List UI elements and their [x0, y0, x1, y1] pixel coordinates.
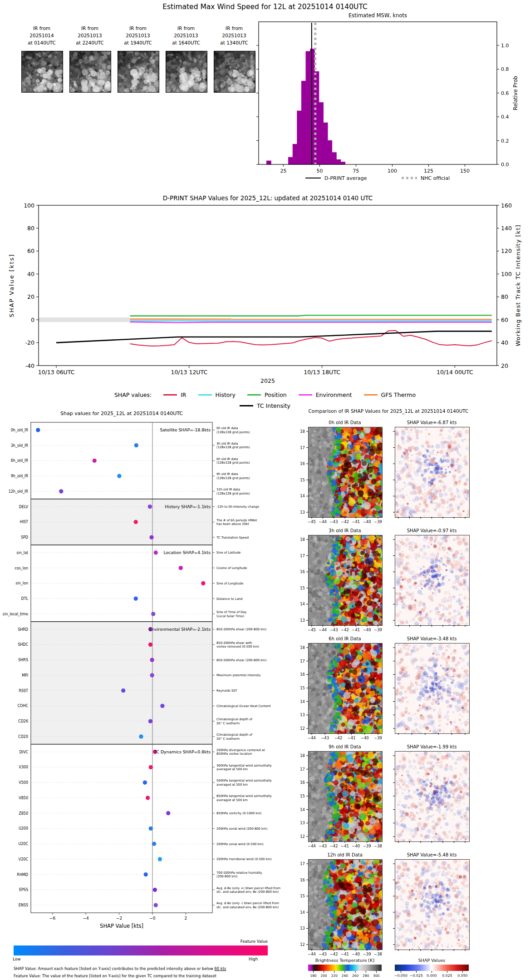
legend-swatch [198, 394, 212, 396]
shap-colorbar-tick: 0.050 [457, 974, 467, 978]
feature-label: V500 [19, 781, 28, 785]
legend-label: SHAP values: [114, 391, 152, 398]
shap-dot [179, 566, 183, 570]
lon-tick-label: −44 [308, 736, 316, 740]
shap-dot [134, 597, 138, 601]
feature-label: DIVC [19, 750, 28, 754]
shap-values-colorbar [395, 965, 469, 971]
lat-tick-label: 13 [300, 618, 305, 623]
caption-line: IR from [63, 25, 117, 32]
histogram-xtick: 75 [353, 168, 359, 174]
lat-tick-label: 15 [300, 894, 305, 898]
bt-colorbar-tick: 240 [342, 974, 348, 978]
shap-value-map [395, 859, 470, 950]
lat-tick-label: 16 [300, 780, 305, 785]
lat-tick-label: 17 [300, 554, 305, 558]
shap-dot [117, 474, 121, 478]
feature-label: SHRD [18, 628, 28, 632]
lon-tick-label: −39 [374, 520, 382, 524]
lon-tick-label: −40 [363, 520, 371, 524]
shap-dot [148, 505, 152, 509]
feature-shap-xtick: −6 [49, 916, 56, 921]
feature-description: -12h to 0h Intensity change [216, 505, 259, 509]
lat-tick-label: 15 [300, 686, 305, 690]
feature-shap-xtick: −0 [149, 916, 156, 921]
histogram-bar [341, 162, 345, 164]
timeseries-ytick-left: -40 [25, 362, 34, 369]
legend-item-position: Position [247, 391, 287, 398]
histogram-xtick: 150 [460, 168, 470, 174]
lon-tick-label: −43 [321, 736, 329, 740]
timeseries-ytick-right: 120 [501, 247, 512, 254]
lat-tick-label: 14 [300, 602, 305, 606]
lon-tick-label: −41 [341, 952, 349, 956]
lon-tick-label: −43 [319, 952, 327, 956]
ir-satellite-thumbnail [69, 51, 111, 93]
histogram-bar [323, 123, 328, 164]
timeseries-ytick-right: 80 [501, 293, 508, 300]
lon-tick-label: −44 [308, 844, 316, 848]
caption-line: at 1640UTC [159, 39, 213, 46]
lon-tick-label: −43 [319, 844, 327, 848]
histogram-bar [328, 141, 332, 164]
shap-dot [150, 658, 154, 662]
lat-tick-label: 18 [300, 645, 305, 650]
timeseries-ytick-left: 40 [27, 271, 34, 277]
legend-swatch [163, 394, 177, 396]
feature-description: 0h old IR data(128x128 grid points) [216, 426, 250, 434]
bt-colorbar-title: Brightness Temperature [K] [315, 958, 374, 963]
bt-colorbar-tick: 260 [352, 974, 359, 978]
legend-dprint-average: D-PRINT average [324, 175, 367, 181]
shap-value-map [395, 535, 470, 626]
histogram-ytick: 0.8 [501, 66, 509, 72]
feature-label: MPI [22, 673, 28, 678]
legend-swatch [240, 405, 253, 406]
timeseries-xlabel: 2025 [260, 377, 275, 384]
timeseries-ytick-right: 60 [501, 317, 508, 323]
footnote-underlined: 60 kts [215, 966, 226, 971]
shap-dot [149, 765, 153, 769]
bt-colorbar-tick: 280 [363, 974, 369, 978]
ir-thumbnail-caption: IR from20251013at 2240UTC [63, 25, 117, 46]
lon-tick-label: −40 [361, 736, 369, 740]
lon-tick-label: −39 [374, 628, 382, 632]
shap-dot [166, 811, 170, 815]
feature-description: Climatological depth of20° C isotherm [216, 733, 252, 741]
ir-data-map [308, 535, 383, 626]
feature-label: cos_lon [15, 566, 28, 570]
lat-tick-label: 16 [300, 461, 305, 466]
section-header: History SHAP=-1.1kts [165, 504, 211, 509]
feature-label: sin_lat [16, 551, 28, 555]
colorbar-low-label: Low [13, 957, 20, 961]
feature-description: 6h old IR data(128x128 grid points) [216, 457, 250, 465]
feature-label: DTL [21, 597, 28, 601]
histogram-frame [259, 22, 497, 164]
lon-tick-label: −41 [341, 844, 349, 848]
histogram-bar [297, 111, 302, 164]
series-tc-intensity [56, 331, 492, 342]
timeseries-xtick: 10/14 00UTC [437, 369, 473, 376]
legend-item-ir: IR [163, 391, 186, 398]
lat-tick-label: 15 [300, 586, 305, 590]
shap-dot [139, 734, 143, 738]
shap-dot [152, 842, 156, 846]
shap-dot [121, 688, 125, 693]
feature-label: U20C [18, 842, 28, 846]
feature-label: V300 [19, 765, 28, 769]
ir-satellite-thumbnail [118, 51, 159, 93]
ir-satellite-thumbnail [214, 51, 255, 93]
shap-value-map [395, 427, 470, 518]
feature-shap-xtick: −4 [83, 916, 89, 921]
histogram-ytick: 1.0 [501, 43, 509, 49]
lat-tick-label: 15 [300, 794, 305, 798]
timeseries-ytick-right: 20 [501, 362, 508, 369]
lon-tick-label: −39 [374, 736, 382, 740]
timeseries-ytick-left: 80 [27, 225, 34, 232]
section-shading [31, 622, 212, 744]
legend-item-gfs-thermo: GFS Thermo [364, 391, 416, 398]
shap-dot [134, 443, 138, 447]
lat-tick-label: 12 [300, 834, 305, 839]
shap-map-title: SHAP Value=-3.48 kts [407, 636, 457, 641]
shap-dot [154, 550, 158, 554]
lon-tick-label: −41 [352, 520, 360, 524]
